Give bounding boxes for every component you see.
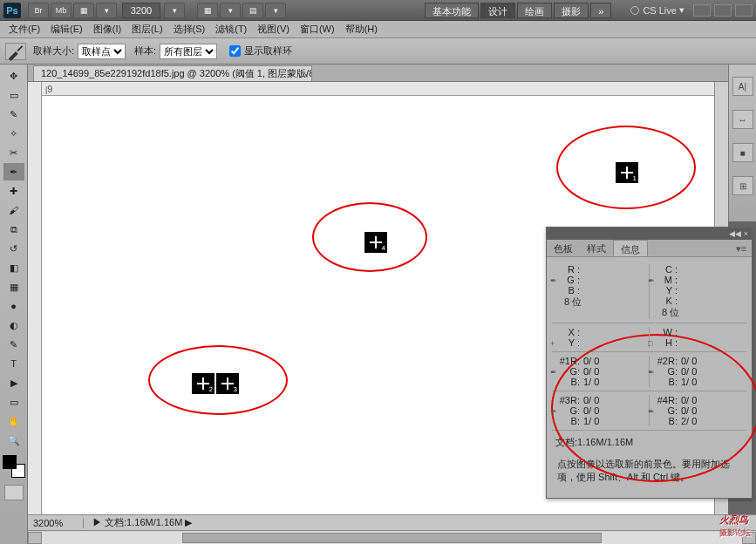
watermark: 火烈鸟 摄影论坛: [719, 509, 751, 539]
eyedropper-tool[interactable]: ✒: [3, 163, 24, 180]
menu-filter[interactable]: 滤镜(T): [210, 23, 252, 36]
bridge-button[interactable]: Br: [28, 3, 49, 18]
options-bar: 取样大小: 取样点 样本: 所有图层 显示取样环: [0, 38, 756, 65]
tab-styles[interactable]: 样式: [580, 240, 613, 256]
shape-tool[interactable]: ▭: [3, 393, 24, 411]
stamp-tool[interactable]: ⧉: [3, 221, 24, 238]
menu-edit[interactable]: 编辑(E): [45, 23, 88, 36]
sample-size-label: 取样大小:: [33, 44, 74, 58]
dock-swatch-icon[interactable]: ■: [732, 143, 753, 162]
status-zoom[interactable]: 3200%: [28, 518, 84, 528]
info-docsize: 文档:1.16M/1.16M: [552, 431, 746, 454]
cslive-button[interactable]: CS Live ▾: [625, 4, 690, 16]
eyedropper-icon: ✒: [550, 368, 557, 377]
zoom-tool[interactable]: 🔍: [3, 432, 24, 449]
color-sampler-2[interactable]: 2: [192, 373, 215, 394]
workspace-essentials[interactable]: 基本功能: [425, 3, 479, 18]
eyedropper-icon: ✒: [648, 407, 655, 416]
window-close-button[interactable]: [735, 4, 753, 17]
workspace-design[interactable]: 设计: [480, 3, 515, 18]
document-tab-bar: 120_14699_85e229192fd18f5.jpg @ 3200% (阈…: [28, 65, 728, 82]
workspace-photo[interactable]: 摄影: [554, 3, 589, 18]
app-title-bar: Ps Br Mb ▦ ▾ 3200 ▾ ▦ ▾ ▤ ▾ 基本功能 设计 绘画 摄…: [0, 0, 756, 21]
layout-dropdown[interactable]: ▾: [96, 3, 117, 18]
scrollbar-horizontal[interactable]: [28, 530, 756, 544]
color-sampler-4[interactable]: 4: [364, 232, 387, 253]
menu-help[interactable]: 帮助(H): [340, 23, 383, 36]
eraser-tool[interactable]: ◧: [3, 259, 24, 276]
pen-tool[interactable]: ✎: [3, 336, 24, 353]
workspace-more[interactable]: »: [590, 3, 611, 18]
arrange-button-2[interactable]: ▤: [242, 3, 263, 18]
tab-info[interactable]: 信息: [613, 240, 648, 256]
window-minimize-button[interactable]: [693, 4, 711, 17]
hand-tool[interactable]: ✋: [3, 412, 24, 430]
scroll-track[interactable]: [42, 532, 742, 544]
dock-layers-icon[interactable]: ⊞: [732, 176, 753, 195]
menu-image[interactable]: 图像(I): [88, 23, 126, 36]
path-tool[interactable]: ▶: [3, 374, 24, 391]
eyedropper-icon: ✒: [648, 276, 655, 285]
blur-tool[interactable]: ●: [3, 297, 24, 315]
eyedropper-icon: ✒: [550, 276, 557, 285]
menu-window[interactable]: 窗口(W): [295, 23, 340, 36]
menu-layer[interactable]: 图层(L): [126, 23, 167, 36]
workspace-paint[interactable]: 绘画: [517, 3, 552, 18]
show-ring-checkbox[interactable]: [229, 45, 241, 57]
sampler-number: 1: [633, 174, 637, 182]
dock-character-icon[interactable]: A|: [732, 77, 753, 96]
tab-swatches[interactable]: 色板: [547, 240, 580, 256]
menu-select[interactable]: 选择(S): [168, 23, 211, 36]
info-body: ✒ R : G : B : 8 位 ✒ C : M : Y : K : 8 位 …: [547, 257, 752, 498]
history-brush-tool[interactable]: ↺: [3, 240, 24, 257]
color-sampler-1[interactable]: 1: [616, 162, 638, 183]
status-docsize[interactable]: ▶ 文档:1.16M/1.16M ▶: [84, 516, 192, 529]
sample-label: 样本:: [134, 44, 156, 58]
menu-view[interactable]: 视图(V): [252, 23, 295, 36]
arrange-dropdown-1[interactable]: ▾: [220, 3, 241, 18]
minibridge-button[interactable]: Mb: [51, 3, 72, 18]
color-sampler-3[interactable]: 3: [216, 373, 239, 394]
quickmask-button[interactable]: [4, 485, 24, 500]
arrange-button-1[interactable]: ▦: [197, 3, 218, 18]
close-icon[interactable]: ×: [303, 68, 309, 81]
zoom-dropdown[interactable]: ▾: [164, 3, 185, 18]
info-hint: 点按图像以选取新的前景色。要用附加选项，使用 Shift、Alt 和 Ctrl …: [552, 454, 746, 493]
gradient-tool[interactable]: ▦: [3, 278, 24, 296]
window-restore-button[interactable]: [714, 4, 732, 17]
fg-swatch[interactable]: [3, 455, 17, 469]
move-tool[interactable]: ✥: [3, 67, 24, 85]
current-tool-icon[interactable]: [5, 43, 26, 60]
arrange-dropdown-2[interactable]: ▾: [265, 3, 286, 18]
crop-tool[interactable]: ✂: [3, 144, 24, 161]
ps-logo: Ps: [3, 3, 21, 18]
tools-panel: ✥ ▭ ✎ ✧ ✂ ✒ ✚ 🖌 ⧉ ↺ ◧ ▦ ● ◐ ✎ T ▶ ▭ ✋ 🔍: [0, 65, 28, 544]
color-swatches[interactable]: [3, 455, 25, 478]
scroll-left-button[interactable]: [28, 532, 42, 544]
brush-tool[interactable]: 🖌: [3, 201, 24, 219]
sampler-number: 3: [234, 385, 237, 393]
marquee-tool[interactable]: ▭: [3, 86, 24, 104]
menu-file[interactable]: 文件(F): [3, 23, 45, 36]
sampler-number: 2: [209, 385, 213, 393]
ruler-vertical: [28, 82, 42, 514]
lasso-tool[interactable]: ✎: [3, 105, 24, 123]
layout-button[interactable]: ▦: [73, 3, 94, 18]
chevron-down-icon: ▾: [679, 4, 684, 16]
type-tool[interactable]: T: [3, 355, 24, 372]
document-tab-label: 120_14699_85e229192fd18f5.jpg @ 3200% (阈…: [41, 68, 312, 78]
wand-tool[interactable]: ✧: [3, 125, 24, 142]
show-ring-label: 显示取样环: [244, 44, 292, 58]
panel-menu-icon[interactable]: ▾≡: [731, 240, 752, 256]
dock-adjust-icon[interactable]: ↔: [732, 110, 753, 129]
status-bar: 3200% ▶ 文档:1.16M/1.16M ▶: [28, 514, 756, 530]
document-tab[interactable]: 120_14699_85e229192fd18f5.jpg @ 3200% (阈…: [33, 65, 312, 81]
panel-titlebar[interactable]: ◀◀ ×: [547, 228, 752, 240]
sample-layers-select[interactable]: 所有图层: [160, 44, 217, 59]
sample-size-select[interactable]: 取样点: [78, 44, 126, 59]
eyedropper-icon: ✒: [550, 407, 557, 416]
zoom-level-field[interactable]: 3200: [122, 3, 160, 18]
heal-tool[interactable]: ✚: [3, 182, 24, 200]
dodge-tool[interactable]: ◐: [3, 316, 24, 334]
scroll-thumb[interactable]: [182, 533, 603, 543]
